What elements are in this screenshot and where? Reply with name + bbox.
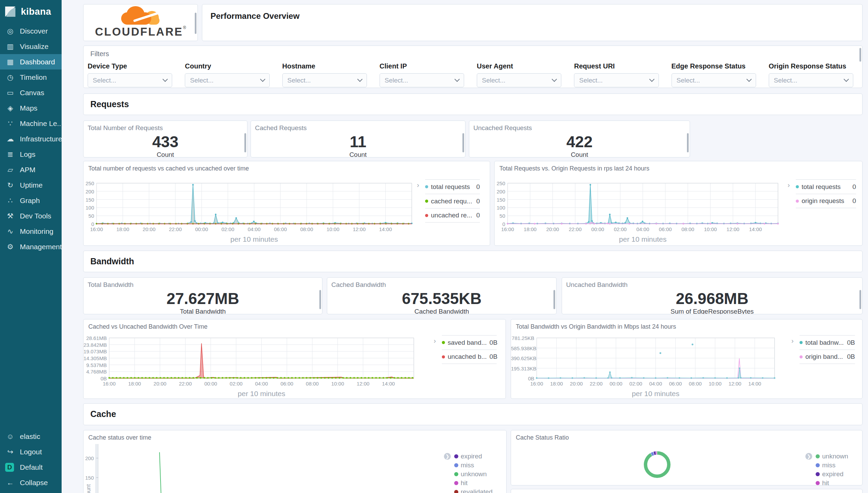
chart-legend: total requests0cached requ...0uncached r… [425, 179, 480, 223]
legend-toggle-icon[interactable]: › [788, 181, 790, 189]
logout-icon: ↪ [6, 448, 15, 456]
metric-uncached-bandwidth: Uncached Bandwidth26.968MBSum of EdgeRes… [562, 277, 863, 314]
sidebar-item-uptime[interactable]: ↻Uptime [0, 177, 62, 193]
chart-plot-area[interactable] [97, 183, 412, 224]
filter-select-origin-response-status[interactable]: Select... [769, 73, 853, 87]
filter-select-hostname[interactable]: Select... [282, 73, 367, 87]
y-axis-label: Count [86, 484, 92, 493]
sidebar-item-collapse[interactable]: ←Collapse [0, 475, 62, 490]
legend-label: origin requests [802, 197, 850, 205]
chart-title: Cached vs Uncached Bandwidth Over Time [88, 323, 207, 330]
filter-select-request-uri[interactable]: Select... [574, 73, 659, 87]
legend-item-unknown[interactable]: unknown [454, 470, 502, 479]
panel-scrollbar[interactable] [859, 290, 861, 309]
legend-item-expired[interactable]: expired [454, 452, 502, 461]
panel-scrollbar[interactable] [195, 13, 196, 34]
select-placeholder: Select... [190, 77, 214, 84]
filters-label: Filters [90, 50, 109, 58]
legend-toggle-icon[interactable]: › [434, 337, 436, 345]
y-axis-tick: 390.625KB [511, 355, 534, 361]
legend-item-unknown[interactable]: unknown [816, 452, 857, 461]
sidebar-item-label: elastic [20, 432, 40, 441]
legend-item-revalidated[interactable]: revalidated [454, 488, 502, 493]
sidebar-item-logs[interactable]: ≣Logs [0, 147, 62, 162]
filter-select-device-type[interactable]: Select... [88, 73, 172, 87]
panel-scrollbar[interactable] [244, 133, 246, 152]
sidebar-item-dev-tools[interactable]: ⚒Dev Tools [0, 208, 62, 224]
filter-select-country[interactable]: Select... [185, 73, 269, 87]
sidebar-item-default[interactable]: DDefault [0, 459, 62, 475]
sidebar-item-dashboard[interactable]: ▦Dashboard [0, 54, 62, 69]
legend-toggle-icon[interactable]: ❯ [805, 453, 812, 460]
chart-legend: unknownmissexpiredhit [816, 452, 857, 485]
sidebar-item-machine-le[interactable]: ∵Machine Le... [0, 116, 62, 131]
sidebar-item-canvas[interactable]: ▭Canvas [0, 85, 62, 100]
legend-color-dot [800, 341, 803, 344]
chart-plot-area[interactable] [95, 444, 441, 493]
x-axis-tick: 02:00 [217, 226, 239, 232]
sidebar-item-graph[interactable]: ∴Graph [0, 193, 62, 208]
legend-item-uncached-re[interactable]: uncached re...0 [425, 208, 480, 223]
legend-item-expired[interactable]: expired [816, 470, 857, 479]
legend-color-dot [816, 481, 820, 485]
panel-scrollbar[interactable] [859, 48, 861, 62]
legend-item-total-requests[interactable]: total requests0 [796, 179, 856, 194]
legend-toggle-icon[interactable]: › [417, 181, 419, 189]
sidebar-item-monitoring[interactable]: ∿Monitoring [0, 224, 62, 239]
x-axis-tick: 10:00 [327, 381, 349, 387]
sidebar-item-maps[interactable]: ◈Maps [0, 100, 62, 116]
chart-legend: expiredmissunknownhitrevalidated [454, 452, 502, 493]
legend-item-miss[interactable]: miss [454, 461, 502, 470]
sidebar-item-logout[interactable]: ↪Logout [0, 444, 62, 459]
chart-plot-area[interactable] [537, 338, 775, 378]
select-placeholder: Select... [288, 77, 311, 84]
legend-value: 0B [489, 353, 497, 361]
sidebar-item-apm[interactable]: ▱APM [0, 162, 62, 177]
sidebar-item-elastic[interactable]: ☺elastic [0, 429, 62, 444]
sidebar-item-infrastructure[interactable]: ☁Infrastructure [0, 131, 62, 147]
legend-item-hit[interactable]: hit [454, 479, 502, 488]
x-axis-tick: 08:00 [301, 381, 323, 387]
filter-row: Device TypeSelect...CountrySelect...Host… [88, 62, 853, 87]
legend-item-cached-requ[interactable]: cached requ...0 [425, 194, 480, 208]
legend-item-uncached-b[interactable]: uncached b...0B [442, 350, 497, 364]
filter-select-edge-response-status[interactable]: Select... [672, 73, 756, 87]
cache-section-panel: Cache [83, 403, 863, 425]
x-axis-tick: 22:00 [164, 226, 186, 232]
filter-select-client-ip[interactable]: Select... [380, 73, 464, 87]
y-axis-tick: 150 [495, 197, 505, 203]
donut-chart[interactable] [511, 430, 819, 485]
panel-scrollbar[interactable] [553, 290, 555, 309]
legend-item-total-badnw[interactable]: total badnw...0B [800, 335, 855, 350]
filter-select-user-agent[interactable]: Select... [477, 73, 561, 87]
chart-plot-area[interactable] [508, 183, 778, 224]
legend-item-saved-band[interactable]: saved band...0B [442, 335, 497, 350]
sidebar-item-management[interactable]: ⚙Management [0, 239, 62, 254]
cloudflare-logo-text: CLOUDFLARE [95, 25, 183, 38]
legend-toggle-icon[interactable]: ❯ [444, 453, 451, 460]
legend-item-hit[interactable]: hit [816, 479, 857, 485]
chart-title: Cache status over time [88, 434, 151, 441]
legend-item-origin-band[interactable]: origin band...0B [800, 350, 855, 364]
legend-item-origin-requests[interactable]: origin requests0 [796, 194, 856, 208]
panel-scrollbar[interactable] [687, 133, 689, 152]
panel-scrollbar[interactable] [319, 290, 321, 309]
legend-color-dot [816, 463, 820, 467]
filter-field-client-ip: Client IPSelect... [380, 62, 464, 87]
x-axis-tick: 02:00 [609, 226, 631, 232]
kibana-logo[interactable]: kibana [0, 0, 62, 23]
sidebar-item-discover[interactable]: ◎Discover [0, 23, 62, 39]
sidebar-item-visualize[interactable]: ▥Visualize [0, 39, 62, 54]
legend-toggle-icon[interactable]: › [791, 337, 794, 345]
kibana-app: kibana ◎Discover▥Visualize▦Dashboard◷Tim… [0, 0, 868, 493]
chart-total-vs-origin-bandwidth: Total Bandwidth vs Origin Bandwidth in M… [511, 319, 863, 399]
panel-scrollbar[interactable] [462, 133, 464, 152]
machine-learning-icon: ∵ [6, 119, 15, 128]
sidebar-item-timelion[interactable]: ◷Timelion [0, 69, 62, 85]
legend-item-miss[interactable]: miss [816, 461, 857, 470]
chart-plot-area[interactable] [109, 338, 414, 378]
x-axis-tick: 10:00 [322, 226, 344, 232]
x-axis-tick: 16:00 [86, 226, 107, 232]
x-axis-tick: 10:00 [704, 381, 726, 387]
legend-item-total-requests[interactable]: total requests0 [425, 179, 480, 194]
